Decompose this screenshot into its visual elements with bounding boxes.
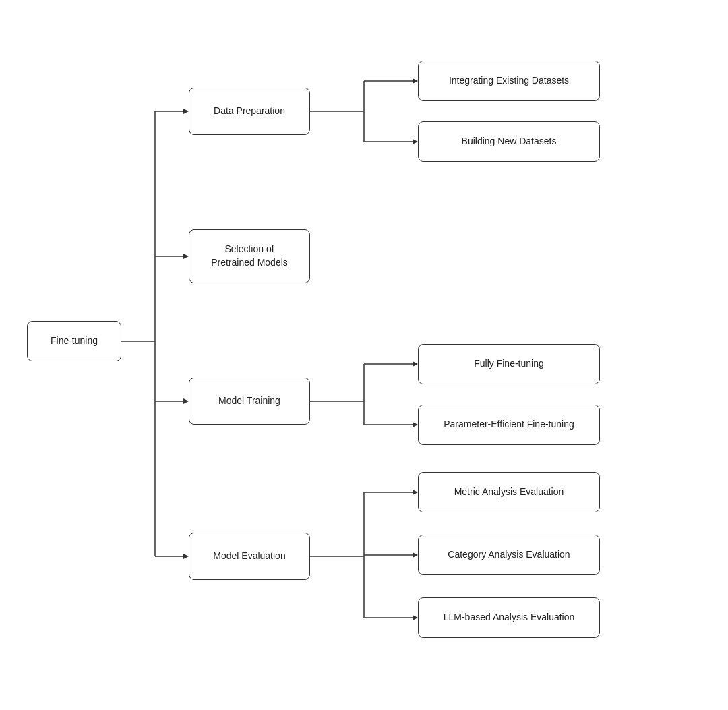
node-metric_eval: Metric Analysis Evaluation: [418, 472, 600, 512]
svg-marker-9: [183, 554, 189, 559]
svg-marker-15: [413, 139, 418, 144]
svg-marker-13: [413, 78, 418, 84]
svg-marker-29: [413, 615, 418, 620]
svg-marker-7: [183, 398, 189, 404]
diagram: Fine-tuningData PreparationSelection ofP…: [0, 0, 728, 710]
node-data_prep: Data Preparation: [189, 88, 310, 135]
svg-marker-5: [183, 254, 189, 259]
node-model_training: Model Training: [189, 378, 310, 425]
node-llm_eval: LLM-based Analysis Evaluation: [418, 597, 600, 638]
svg-marker-27: [413, 552, 418, 558]
node-building: Building New Datasets: [418, 121, 600, 162]
node-model_eval: Model Evaluation: [189, 533, 310, 580]
svg-marker-19: [413, 361, 418, 367]
node-category_eval: Category Analysis Evaluation: [418, 535, 600, 575]
node-root: Fine-tuning: [27, 321, 121, 361]
svg-marker-21: [413, 422, 418, 427]
svg-marker-25: [413, 490, 418, 495]
node-fully_ft: Fully Fine-tuning: [418, 344, 600, 384]
svg-marker-3: [183, 109, 189, 114]
node-selection: Selection ofPretrained Models: [189, 229, 310, 283]
node-integrating: Integrating Existing Datasets: [418, 61, 600, 101]
node-param_eft: Parameter-Efficient Fine-tuning: [418, 405, 600, 445]
